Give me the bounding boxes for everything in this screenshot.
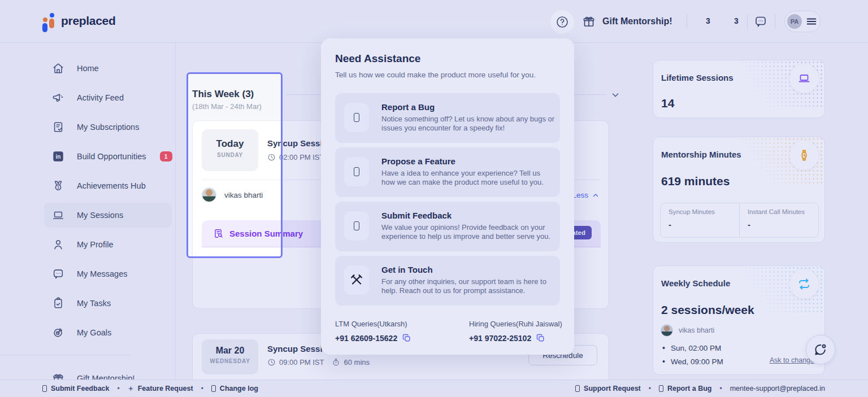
placeholder-icon [354, 221, 359, 230]
clipboard-check-icon [52, 297, 64, 309]
placeholder-icon [575, 385, 580, 392]
nav-divider [747, 14, 748, 29]
sidebar-item-my-tasks[interactable]: My Tasks [44, 291, 172, 316]
feedback-icon [344, 211, 369, 241]
sidebar-item-my-sessions[interactable]: My Sessions [44, 203, 172, 228]
nav-count-b[interactable]: 3 [734, 16, 739, 25]
messages-nav-button[interactable] [754, 15, 767, 28]
footer-support-request[interactable]: Support Request [575, 385, 641, 392]
sidebar-label: My Tasks [77, 299, 111, 308]
contact-label: Hiring Queries(Ruhi Jaiswal) [469, 320, 562, 328]
option-title: Report a Bug [381, 102, 435, 112]
navbar: preplaced Gift Mentorship! 3 3 [0, 0, 868, 43]
session-time: 02:00 PM IST [279, 153, 324, 162]
contact-label: LTM Queries(Utkarsh) [335, 320, 411, 328]
clock-icon [267, 153, 276, 162]
week-title: This Week (3) [192, 89, 254, 100]
bug-icon [344, 103, 369, 132]
stat-title: Weekly Schedule [661, 278, 730, 288]
sidebar-item-activity-feed[interactable]: Activity Feed [44, 85, 172, 110]
app-logo[interactable]: preplaced [42, 12, 116, 29]
footer-support-email[interactable]: mentee-support@preplaced.in [730, 385, 825, 392]
clock-icon [267, 358, 276, 367]
question-circle-icon [555, 15, 569, 29]
assistance-option-propose-a-feature[interactable]: Propose a Feature Have a idea to enhance… [335, 147, 560, 197]
option-desc: Have a idea to enhance your experience? … [381, 169, 555, 187]
assistance-option-get-in-touch[interactable]: Get in Touch For any other inquiries, ou… [335, 256, 560, 306]
nav-divider [687, 14, 687, 29]
sidebar-label: Achievements Hub [77, 181, 146, 190]
sidebar-item-my-messages[interactable]: My Messages [44, 261, 172, 286]
session-summary-label: Session Summary [229, 229, 303, 238]
footer-change-log[interactable]: Change log [211, 385, 258, 392]
sidebar-item-my-profile[interactable]: My Profile [44, 232, 172, 257]
stat-value: 14 [661, 97, 674, 110]
footer-feature-request[interactable]: Feature Request [128, 385, 193, 392]
option-desc: Notice something off? Let us know about … [381, 115, 555, 133]
sidebar-label: My Subscriptions [77, 123, 139, 132]
sidebar-label: My Goals [77, 328, 111, 337]
sidebar-item-my-goals[interactable]: My Goals [44, 320, 172, 345]
stat-title: Lifetime Sessions [661, 73, 734, 82]
chevron-down-icon[interactable] [610, 90, 620, 100]
gift-icon [582, 15, 596, 28]
footer-label: mentee-support@preplaced.in [730, 385, 825, 392]
assistance-option-submit-feedback[interactable]: Submit Feedback We value your opinions! … [335, 202, 560, 251]
sidebar-label: Activity Feed [77, 93, 124, 102]
nav-count-a[interactable]: 3 [706, 16, 710, 25]
sidebar-label: Build Opportunities [77, 152, 146, 161]
sidebar-item-my-subscriptions[interactable]: My Subscriptions [44, 115, 172, 139]
contact-phone[interactable]: +91 97022-25102 [469, 333, 562, 343]
sidebar-label: My Profile [77, 240, 113, 249]
option-desc: For any other inquiries, our support tea… [381, 277, 555, 295]
assistance-option-report-a-bug[interactable]: Report a Bug Notice something off? Let u… [335, 93, 560, 143]
footer-label: Support Request [584, 385, 641, 392]
megaphone-icon [52, 91, 64, 104]
minutes-breakdown: Syncup Minutes - Instant Call Minutes - [660, 203, 819, 238]
profile-menu-button[interactable]: PA [784, 11, 821, 32]
stat-value: 619 minutes [661, 174, 730, 188]
contact-ltm: LTM Queries(Utkarsh) +91 62609-15622 [335, 320, 411, 343]
session-weekday: SUNDAY [202, 152, 258, 158]
svg-text:1: 1 [57, 185, 59, 189]
session-date-block: Mar 20 WEDNESDAY [202, 339, 258, 374]
gift-mentorship-label: Gift Mentorship! [602, 16, 672, 27]
linkedin-icon: in [52, 150, 64, 163]
chat-bubble-icon [754, 15, 767, 28]
placeholder-icon [354, 167, 359, 176]
schedule-slot: Sun, 02:00 PM [671, 344, 721, 352]
medal-icon: 1 [52, 180, 64, 192]
sidebar-item-build-opportunities[interactable]: in Build Opportunities 1 [44, 144, 172, 169]
minutes-label: Syncup Minutes [669, 208, 739, 215]
chevron-up-icon [592, 191, 600, 199]
phone-number: +91 97022-25102 [469, 334, 531, 343]
stat-value: 2 sessions/week [661, 303, 754, 317]
contact-phone[interactable]: +91 62609-15622 [335, 333, 411, 343]
weekly-schedule-card: Weekly Schedule 2 sessions/week vikas bh… [653, 265, 825, 375]
copy-icon[interactable] [536, 333, 545, 343]
support-chat-button[interactable] [806, 335, 835, 364]
preplaced-logo-icon [42, 12, 56, 29]
ask-to-change-link[interactable]: Ask to change [770, 356, 814, 364]
option-title: Submit Feedback [381, 211, 452, 220]
placeholder-icon [211, 385, 216, 392]
footer-report-a-bug[interactable]: Report a Bug [659, 385, 711, 392]
goal-target-icon [52, 326, 64, 339]
popover-subtitle: Tell us how we could make the product mo… [335, 71, 536, 79]
copy-icon[interactable] [402, 333, 411, 343]
week-date-range: (18th Mar - 24th Mar) [192, 102, 262, 111]
sidebar-item-home[interactable]: Home [44, 56, 172, 81]
help-button[interactable] [550, 10, 574, 34]
contact-hiring: Hiring Queries(Ruhi Jaiswal) +91 97022-2… [469, 320, 562, 343]
stat-title: Mentorship Minutes [661, 150, 741, 159]
footer: Submit Feedback Feature Request Change l… [0, 379, 868, 397]
gift-mentorship-nav[interactable]: Gift Mentorship! [582, 15, 672, 28]
footer-submit-feedback[interactable]: Submit Feedback [42, 385, 110, 392]
stopwatch-icon [332, 358, 340, 367]
option-title: Get in Touch [381, 265, 433, 274]
hamburger-menu-icon [805, 15, 818, 28]
sidebar-item-achievements-hub[interactable]: 1 Achievements Hub [44, 173, 172, 198]
watch-icon [789, 141, 819, 170]
minutes-value: - [669, 220, 739, 229]
mentor-avatar [661, 324, 673, 337]
